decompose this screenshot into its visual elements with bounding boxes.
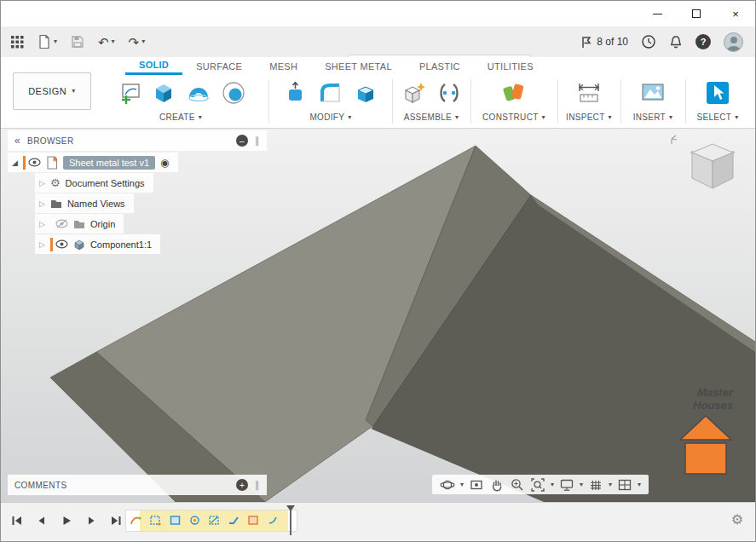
insert-dropdown[interactable]: INSERT ▾ [623,112,683,122]
create-dropdown[interactable]: CREATE ▾ [95,112,267,122]
tab-plastic[interactable]: PLASTIC [406,57,474,75]
chevron-down-icon[interactable]: ▾ [460,481,464,488]
ribbon: SOLID SURFACE MESH SHEET METAL PLASTIC U… [1,57,755,129]
visibility-cell[interactable] [23,156,41,170]
create-sketch-button[interactable] [113,78,144,108]
alerts-button[interactable] [669,35,683,49]
select-dropdown[interactable]: SELECT ▾ [688,112,747,122]
maximize-button[interactable] [677,1,716,26]
fillet-button[interactable] [315,78,346,108]
browser-row-named-views[interactable]: ▷ Named Views [35,193,134,213]
new-component-button[interactable] [399,78,430,108]
shell-icon [353,80,378,106]
collapse-panel-icon[interactable]: « [14,135,20,147]
minimize-button[interactable] [638,1,677,26]
timeline-feature-corner[interactable] [267,514,280,527]
visibility-cell-hidden[interactable] [50,217,68,231]
construct-dropdown[interactable]: CONSTRUCT ▾ [473,112,555,122]
save-button[interactable] [67,32,88,51]
timeline-settings-button[interactable]: ⚙ [731,511,743,528]
timeline-feature-bend[interactable] [228,514,240,527]
tab-utilities[interactable]: UTILITIES [474,57,547,75]
notifications-clock-button[interactable] [641,34,656,49]
eye-icon [55,239,68,249]
create-group: CREATE ▾ [95,76,267,125]
browser-root-row[interactable]: ◢ Sheet metal test v1 ◉ [8,153,178,172]
expand-node-icon[interactable]: ▷ [39,240,45,249]
root-node-label[interactable]: Sheet metal test v1 [63,156,155,170]
timeline-feature-sketch[interactable] [130,514,142,527]
app-grid-button[interactable] [8,33,27,51]
grid-tool[interactable] [588,477,603,493]
joint-button[interactable] [434,78,465,108]
help-button[interactable]: ? [695,34,711,49]
tab-solid[interactable]: SOLID [125,57,182,75]
tab-mesh[interactable]: MESH [256,57,311,75]
timeline-feature-extrude[interactable] [169,514,182,527]
revolve-button[interactable] [183,78,214,108]
construct-plane-button[interactable] [499,78,529,108]
sphere-button[interactable] [218,78,249,108]
close-button[interactable]: × [716,1,755,26]
shell-button[interactable] [350,78,381,108]
undo-button[interactable]: ↶ ▾ [95,33,118,51]
activate-component-icon[interactable]: ◉ [160,157,169,169]
chevron-down-icon: ▾ [112,38,115,45]
zoom-tool[interactable] [510,477,525,493]
measure-button[interactable] [574,78,604,108]
timeline-feature-hole[interactable] [188,514,201,527]
timeline-feature-flange2[interactable] [247,514,260,527]
timeline-feature-flange[interactable] [149,514,162,527]
file-menu-button[interactable]: ▾ [34,32,61,52]
browser-header[interactable]: « BROWSER – ∥ [8,130,267,151]
modify-dropdown[interactable]: MODIFY ▾ [272,112,390,122]
panel-drag-handle[interactable]: ∥ [255,136,260,147]
expand-node-icon[interactable]: ▷ [39,199,45,208]
assemble-dropdown[interactable]: ASSEMBLE ▾ [395,112,468,122]
tab-surface[interactable]: SURFACE [182,57,256,75]
viewport-canvas[interactable]: « BROWSER – ∥ ◢ Sheet metal test v1 [1,129,755,502]
insert-canvas-button[interactable] [638,78,668,108]
redo-button[interactable]: ↷ ▾ [125,33,149,51]
expand-node-icon[interactable]: ▷ [39,179,45,187]
step-forward-button[interactable] [82,512,101,529]
tab-sheet-metal[interactable]: SHEET METAL [311,57,406,75]
browser-row-origin[interactable]: ▷ Origin [35,214,124,234]
timeline-track[interactable] [125,510,297,532]
chevron-down-icon[interactable]: ▾ [580,481,583,488]
viewports-tool[interactable] [617,477,632,493]
timeline-position-marker[interactable] [286,505,295,536]
panel-drag-handle[interactable]: ∥ [255,480,260,491]
chevron-down-icon[interactable]: ▾ [638,481,641,488]
user-avatar[interactable] [724,32,743,52]
add-comment-button[interactable]: + [236,479,248,491]
orbit-tool[interactable] [440,477,455,493]
inspect-dropdown[interactable]: INSPECT ▾ [560,112,618,122]
browser-row-document-settings[interactable]: ▷ ⚙ Document Settings [35,173,153,193]
play-button[interactable] [57,512,76,529]
expand-node-icon[interactable]: ▷ [39,220,45,228]
fit-tool[interactable] [530,477,545,493]
job-status-button[interactable]: 8 of 10 [580,36,628,49]
hide-panel-button[interactable]: – [236,135,248,147]
look-at-tool[interactable] [469,477,484,493]
comments-bar[interactable]: COMMENTS + ∥ [8,475,267,495]
collapse-node-icon[interactable]: ◢ [12,159,18,167]
select-button[interactable] [702,78,733,108]
step-back-button[interactable] [32,512,51,529]
go-to-start-button[interactable] [8,512,26,529]
chevron-down-icon[interactable]: ▾ [609,481,612,488]
pan-tool[interactable] [489,477,505,493]
chevron-down-icon[interactable]: ▾ [551,481,554,488]
browser-row-component1[interactable]: ▷ Component1:1 [35,234,160,254]
design-menu-button[interactable]: DESIGN ▾ [13,72,91,110]
visibility-cell[interactable] [50,238,68,251]
go-to-end-button[interactable] [107,512,125,529]
timeline-feature-sketch2[interactable] [208,514,221,527]
view-cube[interactable] [668,134,740,195]
press-pull-button[interactable] [280,78,311,108]
extrude-button[interactable] [148,78,179,108]
orbit-icon [440,477,455,493]
display-settings-tool[interactable] [559,477,574,493]
ribbon-tabs: SOLID SURFACE MESH SHEET METAL PLASTIC U… [125,57,547,75]
